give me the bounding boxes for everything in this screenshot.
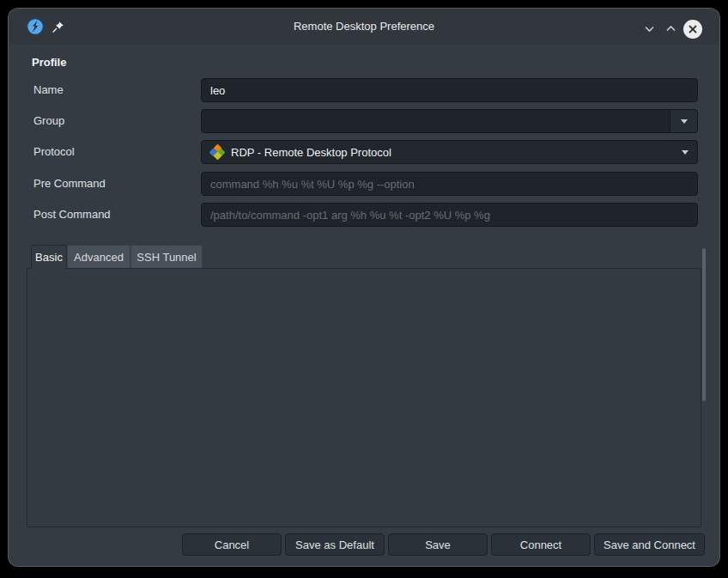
- pre-command-label: Pre Command: [33, 172, 106, 196]
- post-command-input[interactable]: [201, 203, 698, 227]
- close-icon[interactable]: [683, 20, 702, 39]
- rdp-protocol-icon: [210, 145, 224, 159]
- protocol-label: Protocol: [33, 140, 75, 164]
- tab-advanced[interactable]: Advanced: [67, 245, 130, 269]
- group-input[interactable]: [201, 109, 670, 133]
- titlebar[interactable]: Remote Desktop Preference: [9, 9, 719, 45]
- protocol-select[interactable]: RDP - Remote Desktop Protocol: [201, 140, 698, 164]
- tab-ssh-tunnel[interactable]: SSH Tunnel: [130, 245, 203, 269]
- save-button[interactable]: Save: [388, 533, 488, 556]
- remote-desktop-preference-dialog: Remote Desktop Preference Profile Name G…: [8, 8, 720, 567]
- chevron-down-icon: [681, 119, 688, 124]
- pre-command-input[interactable]: [201, 172, 698, 196]
- profile-heading: Profile: [32, 56, 66, 69]
- panel-scrollbar[interactable]: [702, 248, 706, 401]
- chevron-down-icon: [682, 150, 689, 155]
- group-dropdown-button[interactable]: [670, 109, 698, 133]
- chevron-down-icon[interactable]: [643, 22, 656, 35]
- window-title: Remote Desktop Preference: [9, 9, 719, 45]
- save-and-connect-button[interactable]: Save and Connect: [594, 533, 705, 556]
- group-label: Group: [33, 109, 64, 133]
- save-as-default-button[interactable]: Save as Default: [285, 533, 385, 556]
- cancel-button[interactable]: Cancel: [182, 533, 282, 556]
- chevron-up-icon[interactable]: [664, 22, 677, 35]
- tab-basic[interactable]: Basic: [31, 245, 67, 269]
- name-label: Name: [33, 78, 64, 102]
- connect-button[interactable]: Connect: [491, 533, 591, 556]
- name-input[interactable]: [201, 78, 698, 102]
- post-command-label: Post Command: [33, 203, 111, 227]
- protocol-value: RDP - Remote Desktop Protocol: [231, 146, 391, 159]
- basic-tab-panel: [27, 268, 701, 527]
